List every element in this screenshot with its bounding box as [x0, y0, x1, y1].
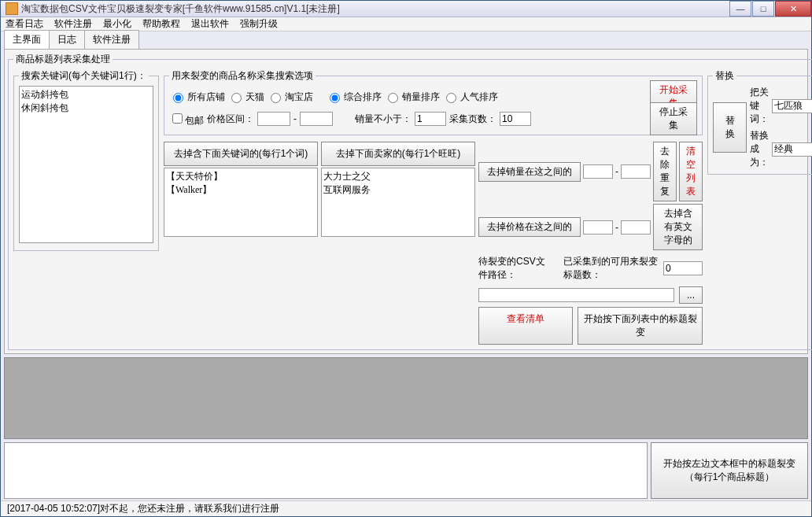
csv-path-input[interactable] [478, 288, 674, 302]
price-max-input[interactable] [300, 112, 333, 126]
filter-price-max-input[interactable] [621, 220, 651, 234]
replace-button[interactable]: 替换 [713, 102, 747, 153]
free-shipping-checkbox[interactable]: 包邮 [169, 111, 204, 127]
filter-price-min-input[interactable] [583, 220, 613, 234]
menu-register[interactable]: 软件注册 [54, 17, 92, 31]
start-fission-button[interactable]: 开始按下面列表中的标题裂变 [578, 307, 703, 345]
dedupe-button[interactable]: 去除重复 [653, 142, 677, 201]
replace-kw-label: 把关键词： [750, 86, 769, 126]
radio-sort-comprehensive[interactable]: 综合排序 [326, 90, 382, 104]
app-icon [6, 2, 18, 15]
search-fieldset: 用来裂变的商品名称采集搜索选项 所有店铺 天猫 淘宝店 综合排序 销量排序 人气… [164, 69, 703, 135]
replace-to-label: 替换成为： [750, 129, 769, 169]
remove-seller-button[interactable]: 去掉下面卖家的(每行1个旺旺) [321, 142, 475, 166]
radio-sort-sales[interactable]: 销量排序 [384, 90, 440, 104]
replace-fieldset: 替换 把关键词： 替换 替换成为： [707, 69, 812, 175]
min-sales-input[interactable] [415, 112, 446, 126]
start-fission-from-text-button[interactable]: 开始按左边文本框中的标题裂变（每行1个商品标题） [651, 442, 808, 499]
csv-path-label: 待裂变的CSV文件路径： [478, 255, 554, 282]
collected-count-label: 已采集到的可用来裂变标题数： [563, 255, 659, 282]
maximize-button[interactable]: □ [752, 1, 774, 17]
menu-help[interactable]: 帮助教程 [142, 17, 180, 31]
keyword-textarea[interactable]: 运动斜挎包 休闲斜挎包 [19, 86, 153, 243]
remove-english-button[interactable]: 去掉含有英文字母的 [653, 204, 703, 250]
stop-collect-button[interactable]: 停止采集 [650, 102, 697, 135]
status-bar: [2017-04-05 10:52:07]对不起，您还未注册，请联系我们进行注册 [1, 500, 811, 516]
menu-log[interactable]: 查看日志 [6, 17, 43, 31]
replace-legend: 替换 [713, 69, 736, 83]
sales-min-input[interactable] [583, 164, 613, 179]
min-sales-label: 销量不小于： [355, 113, 412, 126]
bottom-textarea[interactable] [4, 442, 648, 499]
tab-main[interactable]: 主界面 [4, 30, 50, 49]
title-process-legend: 商品标题列表采集处理 [13, 53, 113, 66]
menu-upgrade[interactable]: 强制升级 [240, 17, 278, 31]
remove-price-range-button[interactable]: 去掉价格在这之间的 [478, 217, 581, 237]
menu-exit[interactable]: 退出软件 [191, 17, 229, 31]
window-title: 淘宝数据包CSV文件宝贝极速裂变专家[千鱼软件www.91585.cn]V1.1… [21, 2, 729, 16]
price-min-input[interactable] [257, 112, 290, 126]
collected-count-input[interactable] [663, 261, 703, 275]
remove-keyword-button[interactable]: 去掉含下面关键词的(每行1个词) [164, 142, 318, 166]
replace-to-input[interactable] [772, 142, 812, 157]
tabs: 主界面 日志 软件注册 [1, 31, 811, 49]
replace-kw-input[interactable] [772, 99, 812, 113]
exclude-sellers-textarea[interactable]: 大力士之父 互联网服务 [321, 168, 475, 237]
radio-all-shops[interactable]: 所有店铺 [169, 90, 225, 104]
tab-log[interactable]: 日志 [49, 30, 85, 49]
remove-sales-range-button[interactable]: 去掉销量在这之间的 [478, 162, 581, 182]
titlebar: 淘宝数据包CSV文件宝贝极速裂变专家[千鱼软件www.91585.cn]V1.1… [1, 1, 811, 17]
pages-label: 采集页数： [449, 113, 496, 126]
keyword-fieldset: 搜索关键词(每个关键词1行)： 运动斜挎包 休闲斜挎包 [13, 69, 159, 251]
search-legend: 用来裂变的商品名称采集搜索选项 [169, 69, 316, 83]
title-process-fieldset: 商品标题列表采集处理 搜索关键词(每个关键词1行)： 运动斜挎包 休闲斜挎包 用… [8, 53, 812, 350]
keyword-legend: 搜索关键词(每个关键词1行)： [19, 69, 149, 83]
sales-max-input[interactable] [621, 164, 651, 179]
close-button[interactable]: ✕ [775, 1, 811, 17]
price-range-label: 价格区间： [207, 113, 254, 126]
exclude-keywords-textarea[interactable]: 【天天特价】 【Walker】 [164, 168, 318, 237]
result-area [4, 357, 808, 439]
radio-sort-popularity[interactable]: 人气排序 [442, 90, 498, 104]
pages-input[interactable] [500, 112, 531, 126]
radio-taobao[interactable]: 淘宝店 [267, 90, 313, 104]
menu-minimize[interactable]: 最小化 [103, 17, 131, 31]
radio-tmall[interactable]: 天猫 [227, 90, 264, 104]
clear-list-button[interactable]: 清空列表 [679, 142, 703, 201]
browse-button[interactable]: ... [679, 286, 703, 304]
minimize-button[interactable]: — [729, 1, 751, 17]
view-list-button[interactable]: 查看清单 [478, 307, 573, 345]
tab-register[interactable]: 软件注册 [84, 30, 139, 49]
